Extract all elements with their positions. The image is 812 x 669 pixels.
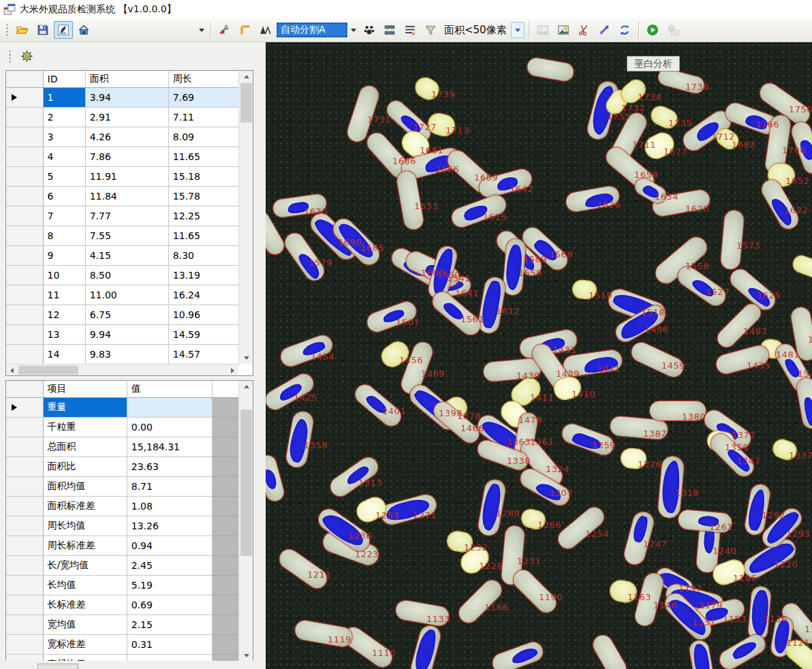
swap-arrows-button[interactable] <box>595 21 614 39</box>
table-cell[interactable]: 1.08 <box>127 496 212 516</box>
scroll-right-arrow[interactable] <box>227 364 238 376</box>
table-cell[interactable]: 8.71 <box>127 476 212 496</box>
scroll-up-arrow[interactable] <box>239 71 253 82</box>
table-cell[interactable]: 5.19 <box>127 575 212 595</box>
table-cell[interactable]: 4.26 <box>85 127 168 146</box>
row-header[interactable] <box>6 245 43 265</box>
table-cell[interactable]: 7.11 <box>168 107 239 127</box>
row-header[interactable] <box>6 437 43 456</box>
table-cell[interactable]: 13 <box>43 324 85 344</box>
row-header[interactable] <box>6 555 43 575</box>
table-cell[interactable]: 13.19 <box>168 265 239 285</box>
table-cell[interactable]: 8 <box>43 225 85 245</box>
row-header[interactable] <box>6 206 43 225</box>
row-header[interactable] <box>6 127 43 146</box>
grid1-vertical-scrollbar[interactable] <box>238 71 253 364</box>
gear-icon-button[interactable] <box>17 48 36 65</box>
table-cell[interactable]: 11 <box>43 285 85 305</box>
table-cell[interactable]: 11.65 <box>168 146 239 166</box>
row-header[interactable] <box>6 225 43 245</box>
open-folder-button[interactable] <box>13 21 32 39</box>
table-cell[interactable]: 2.45 <box>127 555 212 575</box>
table-cell[interactable]: 0.31 <box>127 634 212 654</box>
image-sun-button[interactable] <box>554 21 573 39</box>
table-cell[interactable]: 长/宽均值 <box>43 555 127 575</box>
table-cell[interactable] <box>127 397 212 417</box>
table-cell[interactable]: 面积比 <box>43 456 127 476</box>
combobox-dropdown-arrow[interactable] <box>349 22 358 37</box>
table-cell[interactable]: 7.55 <box>85 225 168 245</box>
table-cell[interactable]: 面积标准差 <box>43 496 127 516</box>
paw-button[interactable] <box>360 21 379 39</box>
row-header[interactable] <box>6 87 43 107</box>
table-cell[interactable]: 11.65 <box>168 225 239 245</box>
tools-button[interactable] <box>215 21 234 39</box>
funnel-button[interactable] <box>421 21 440 39</box>
grid2-vertical-scrollbar[interactable] <box>238 381 253 662</box>
table-cell[interactable]: 0.69 <box>127 595 212 614</box>
table-cell[interactable]: 9.94 <box>85 324 168 344</box>
row-header[interactable] <box>6 634 43 654</box>
capture-button[interactable] <box>54 21 73 39</box>
toolbar-grip[interactable] <box>5 23 9 37</box>
table-cell[interactable]: 3 <box>43 127 85 146</box>
toolbar-grip[interactable] <box>8 50 12 63</box>
table-cell[interactable]: 11.91 <box>85 166 168 186</box>
image-gray-button[interactable] <box>533 21 552 39</box>
row-header[interactable] <box>6 305 43 324</box>
table-cell[interactable]: 16.24 <box>168 285 239 305</box>
save-button[interactable] <box>33 21 52 39</box>
scroll-thumb[interactable] <box>18 366 78 375</box>
home-button[interactable] <box>74 21 93 39</box>
row-header[interactable] <box>6 614 43 634</box>
table-cell[interactable]: 总面积 <box>43 437 127 456</box>
rice-image-viewport[interactable]: 垩白分析 17311739172717131681168616661633168… <box>266 42 812 669</box>
play-button[interactable] <box>643 21 662 39</box>
table-cell[interactable]: 千粒重 <box>43 417 127 437</box>
toolbar-combobox[interactable] <box>95 22 196 37</box>
table-cell[interactable]: 14.59 <box>168 324 239 344</box>
table-cell[interactable]: 11.84 <box>85 186 168 206</box>
table-cell[interactable]: 8.50 <box>85 265 168 285</box>
row-header[interactable] <box>6 285 43 305</box>
table-cell[interactable]: 7.77 <box>85 206 168 225</box>
lines-arrow-button[interactable] <box>401 21 420 39</box>
table-cell[interactable]: 8.09 <box>168 127 239 146</box>
table-cell[interactable]: 13.26 <box>127 516 212 535</box>
row-header[interactable] <box>6 166 43 186</box>
refresh-button[interactable] <box>615 21 634 39</box>
table-cell[interactable]: 8.30 <box>168 245 239 265</box>
table-cell[interactable]: 10 <box>43 265 85 285</box>
row-header[interactable] <box>6 186 43 206</box>
table-cell[interactable]: 2 <box>43 107 85 127</box>
table-cell[interactable]: 10.96 <box>168 305 239 324</box>
table-cell[interactable]: 12.25 <box>168 206 239 225</box>
row-header[interactable] <box>6 146 43 166</box>
merge-rows-button[interactable] <box>380 21 399 39</box>
table-cell[interactable]: 3.94 <box>85 87 168 107</box>
table-cell[interactable]: 14 <box>43 344 85 364</box>
table-cell[interactable]: 11.00 <box>85 285 168 305</box>
table-cell[interactable]: 6.75 <box>85 305 168 324</box>
row-header[interactable] <box>6 397 43 417</box>
scroll-thumb[interactable] <box>240 83 252 123</box>
table-cell[interactable]: 12 <box>43 305 85 324</box>
row-header[interactable] <box>6 575 43 595</box>
table-cell[interactable]: 0.94 <box>127 535 212 555</box>
table-cell[interactable]: 长标准差 <box>43 595 127 614</box>
corner-button[interactable] <box>236 21 255 39</box>
row-header[interactable] <box>6 107 43 127</box>
row-header[interactable] <box>6 476 43 496</box>
table-cell[interactable]: 宽标准差 <box>43 634 127 654</box>
find-text-button[interactable] <box>256 21 275 39</box>
table-cell[interactable]: 面积均值 <box>43 476 127 496</box>
export-tree-button[interactable] <box>663 21 683 39</box>
table-cell[interactable]: 4 <box>43 146 85 166</box>
table-cell[interactable]: 2.15 <box>127 614 212 634</box>
combobox-dropdown-arrow[interactable] <box>197 22 206 37</box>
table-cell[interactable]: 23.63 <box>127 456 212 476</box>
table-cell[interactable]: 周长均值 <box>43 516 127 535</box>
row-header[interactable] <box>6 344 43 364</box>
table-cell[interactable]: 长均值 <box>43 575 127 595</box>
table-cell[interactable]: 宽均值 <box>43 614 127 634</box>
